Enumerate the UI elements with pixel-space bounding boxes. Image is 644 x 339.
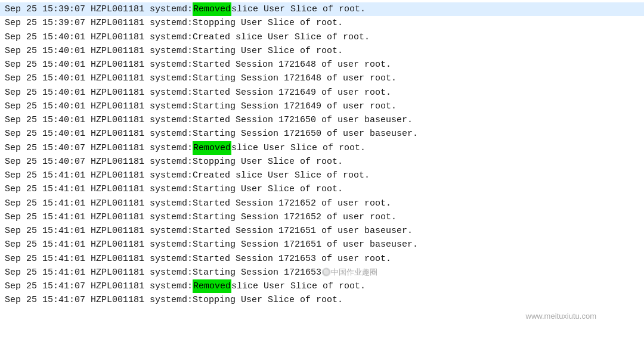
log-message-after: slice User Slice of root.	[231, 2, 366, 16]
log-line: Sep 25 15:41:07 HZPL001181 systemd: Remo…	[0, 279, 644, 293]
log-line: Sep 25 15:40:01 HZPL001181 systemd: Crea…	[0, 30, 644, 44]
log-prefix: Sep 25 15:39:07 HZPL001181 systemd:	[5, 16, 193, 30]
log-message: Started Session 1721649 of user root.	[193, 86, 391, 99]
log-message: Starting Session 1721653	[193, 266, 321, 279]
log-message: Created slice User Slice of root.	[193, 169, 370, 182]
log-prefix: Sep 25 15:41:01 HZPL001181 systemd:	[5, 224, 193, 238]
log-prefix: Sep 25 15:41:01 HZPL001181 systemd:	[5, 238, 193, 251]
log-prefix: Sep 25 15:41:07 HZPL001181 systemd:	[5, 293, 193, 307]
log-line: Sep 25 15:40:01 HZPL001181 systemd: Star…	[0, 44, 644, 58]
log-line: Sep 25 15:40:01 HZPL001181 systemd: Star…	[0, 58, 644, 71]
log-line: Sep 25 15:39:07 HZPL001181 systemd: Remo…	[0, 2, 644, 16]
removed-badge: Removed	[193, 2, 231, 16]
removed-badge: Removed	[193, 141, 231, 155]
log-line: Sep 25 15:41:01 HZPL001181 systemd: Star…	[0, 252, 644, 266]
log-message: Stopping User Slice of root.	[193, 16, 343, 30]
log-message: Starting Session 1721648 of user root.	[193, 71, 397, 85]
log-message: Starting Session 1721650 of user baseuse…	[193, 127, 418, 141]
log-prefix: Sep 25 15:41:01 HZPL001181 systemd:	[5, 266, 193, 279]
log-message: Starting User Slice of root.	[193, 182, 343, 196]
log-message: Started Session 1721648 of user root.	[193, 58, 391, 71]
log-message-after: slice User Slice of root.	[231, 279, 366, 293]
log-prefix: Sep 25 15:40:01 HZPL001181 systemd:	[5, 86, 193, 99]
log-prefix: Sep 25 15:41:01 HZPL001181 systemd:	[5, 252, 193, 266]
log-line: Sep 25 15:41:01 HZPL001181 systemd: Star…	[0, 238, 644, 251]
log-line: Sep 25 15:40:01 HZPL001181 systemd: Star…	[0, 127, 644, 141]
log-line: Sep 25 15:41:01 HZPL001181 systemd: Crea…	[0, 169, 644, 182]
log-message: Started Session 1721653 of user root.	[193, 252, 391, 266]
log-message: Starting Session 1721649 of user root.	[193, 99, 397, 113]
log-line: Sep 25 15:41:01 HZPL001181 systemd: Star…	[0, 182, 644, 196]
removed-badge: Removed	[193, 279, 231, 293]
log-message: Stopping User Slice of root.	[193, 155, 343, 169]
log-prefix: Sep 25 15:40:01 HZPL001181 systemd:	[5, 99, 193, 113]
log-message: Starting User Slice of root.	[193, 44, 343, 58]
log-prefix: Sep 25 15:40:01 HZPL001181 systemd:	[5, 58, 193, 71]
log-prefix: Sep 25 15:40:01 HZPL001181 systemd:	[5, 30, 193, 44]
log-line: Sep 25 15:40:01 HZPL001181 systemd: Star…	[0, 99, 644, 113]
log-prefix: Sep 25 15:40:07 HZPL001181 systemd:	[5, 155, 193, 169]
log-message-after: slice User Slice of root.	[231, 141, 366, 155]
log-prefix: Sep 25 15:41:01 HZPL001181 systemd:	[5, 210, 193, 224]
log-line: Sep 25 15:41:01 HZPL001181 systemd: Star…	[0, 197, 644, 210]
log-prefix: Sep 25 15:40:01 HZPL001181 systemd:	[5, 71, 193, 85]
log-prefix: Sep 25 15:40:01 HZPL001181 systemd:	[5, 113, 193, 127]
log-line: Sep 25 15:39:07 HZPL001181 systemd: Stop…	[0, 16, 644, 30]
log-line: Sep 25 15:40:01 HZPL001181 systemd: Star…	[0, 86, 644, 99]
log-prefix: Sep 25 15:40:01 HZPL001181 systemd:	[5, 127, 193, 141]
log-message: Created slice User Slice of root.	[193, 30, 370, 44]
log-line: Sep 25 15:41:01 HZPL001181 systemd: Star…	[0, 266, 644, 279]
log-line: Sep 25 15:41:07 HZPL001181 systemd: Stop…	[0, 293, 644, 307]
log-prefix: Sep 25 15:41:01 HZPL001181 systemd:	[5, 197, 193, 210]
log-line: Sep 25 15:40:01 HZPL001181 systemd: Star…	[0, 71, 644, 85]
log-line: Sep 25 15:41:01 HZPL001181 systemd: Star…	[0, 224, 644, 238]
log-prefix: Sep 25 15:39:07 HZPL001181 systemd:	[5, 2, 193, 16]
log-prefix: Sep 25 15:41:07 HZPL001181 systemd:	[5, 279, 193, 293]
log-message: Starting Session 1721651 of user baseuse…	[193, 238, 418, 251]
log-line: Sep 25 15:41:01 HZPL001181 systemd: Star…	[0, 210, 644, 224]
watermark-inline: 🔘中国作业趣圈	[321, 266, 377, 278]
log-prefix: Sep 25 15:41:01 HZPL001181 systemd:	[5, 169, 193, 182]
log-message: Started Session 1721650 of user baseuser…	[193, 113, 413, 127]
log-prefix: Sep 25 15:41:01 HZPL001181 systemd:	[5, 182, 193, 196]
log-message: Starting Session 1721652 of user root.	[193, 210, 397, 224]
log-prefix: Sep 25 15:40:01 HZPL001181 systemd:	[5, 44, 193, 58]
log-container: Sep 25 15:39:07 HZPL001181 systemd: Remo…	[0, 0, 644, 339]
log-message: Stopping User Slice of root.	[193, 293, 343, 307]
log-line: Sep 25 15:40:07 HZPL001181 systemd: Stop…	[0, 155, 644, 169]
log-line: Sep 25 15:40:07 HZPL001181 systemd: Remo…	[0, 141, 644, 155]
log-message: Started Session 1721651 of user baseuser…	[193, 224, 413, 238]
log-prefix: Sep 25 15:40:07 HZPL001181 systemd:	[5, 141, 193, 155]
log-line: Sep 25 15:40:01 HZPL001181 systemd: Star…	[0, 113, 644, 127]
log-message: Started Session 1721652 of user root.	[193, 197, 391, 210]
